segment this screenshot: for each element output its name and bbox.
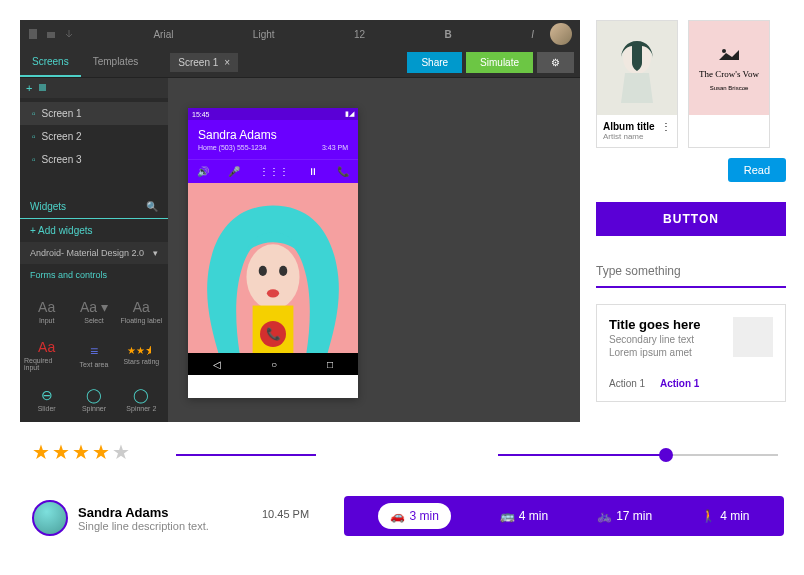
font-size[interactable]: 12 — [354, 29, 365, 40]
right-column: Album titleArtist name ⋮ The Crow's Vow … — [596, 20, 786, 402]
hangup-button[interactable]: 📞 — [260, 321, 286, 347]
widget-textarea[interactable]: ≡Text area — [71, 334, 116, 376]
star-icon: ★ — [52, 440, 70, 464]
widget-spinner2[interactable]: ◯Spinner 2 — [119, 378, 164, 420]
widget-slider[interactable]: ⊖Slider — [24, 378, 69, 420]
user-avatar[interactable] — [550, 23, 572, 45]
book-title: The Crow's Vow — [699, 69, 759, 79]
mute-icon[interactable]: 🎤 — [228, 166, 240, 177]
widget-subcategory[interactable]: Forms and controls — [20, 264, 168, 286]
star-icon: ★ — [32, 440, 50, 464]
user-name: Sandra Adams — [78, 505, 209, 520]
svg-rect-1 — [39, 84, 46, 91]
svg-point-5 — [267, 289, 279, 297]
widget-category[interactable]: Android- Material Design 2.0▾ — [20, 242, 168, 264]
search-icon[interactable]: 🔍 — [146, 201, 158, 212]
call-actions: 🔊 🎤 ⋮⋮⋮ ⏸ 📞 — [188, 159, 358, 183]
screen-item[interactable]: ▫Screen 2 — [20, 125, 168, 148]
settings-button[interactable]: ⚙ — [537, 52, 574, 73]
speaker-icon[interactable]: 🔊 — [197, 166, 209, 177]
caller-number: Home (503) 555-1234 — [198, 144, 267, 151]
widget-spinner[interactable]: ◯Spinner — [71, 378, 116, 420]
text-input[interactable] — [596, 256, 786, 288]
font-weight[interactable]: Light — [253, 29, 275, 40]
bike-icon: 🚲 — [597, 509, 612, 523]
tile-action-2[interactable]: Action 1 — [660, 378, 699, 389]
chevron-down-icon: ▾ — [153, 248, 158, 258]
add-call-icon[interactable]: 📞 — [337, 166, 349, 177]
svg-point-3 — [259, 265, 267, 275]
prototype-editor: Arial Light 12 B I Screens Templates Scr… — [20, 20, 580, 422]
caller-photo: 📞 — [188, 183, 358, 353]
dialpad-icon[interactable]: ⋮⋮⋮ — [259, 166, 289, 177]
slider-thumb[interactable] — [659, 448, 673, 462]
transit-bus[interactable]: 🚌4 min — [500, 509, 548, 523]
card-row: Album titleArtist name ⋮ The Crow's Vow … — [596, 20, 786, 148]
pause-icon[interactable]: ⏸ — [308, 166, 318, 177]
bus-icon: 🚌 — [500, 509, 515, 523]
primary-button[interactable]: BUTTON — [596, 202, 786, 236]
widget-floating-label[interactable]: AaFloating label — [119, 290, 164, 332]
user-timestamp: 10.45 PM — [262, 508, 309, 520]
star-icon: ★ — [112, 440, 130, 464]
widgets-header: Widgets🔍 — [20, 195, 168, 219]
font-name[interactable]: Arial — [153, 29, 173, 40]
tile-thumbnail — [733, 317, 773, 357]
share-button[interactable]: Share — [407, 52, 462, 73]
transit-walk[interactable]: 🚶4 min — [701, 509, 749, 523]
screens-list: ▫Screen 1 ▫Screen 2 ▫Screen 3 — [20, 98, 168, 175]
recent-icon[interactable]: □ — [327, 359, 333, 370]
italic-icon[interactable]: I — [531, 29, 534, 40]
simulate-button[interactable]: Simulate — [466, 52, 533, 73]
phone-statusbar: 15:45▮◢ — [188, 108, 358, 120]
star-icon: ★ — [72, 440, 90, 464]
read-button[interactable]: Read — [728, 158, 786, 182]
screen-item[interactable]: ▫Screen 3 — [20, 148, 168, 171]
screen-item[interactable]: ▫Screen 1 — [20, 102, 168, 125]
tab-screens[interactable]: Screens — [20, 48, 81, 77]
canvas-area[interactable]: 15:45▮◢ Sandra Adams Home (503) 555-1234… — [168, 78, 580, 422]
caller-name: Sandra Adams — [198, 128, 348, 142]
star-icon: ★ — [92, 440, 110, 464]
sub-toolbar: Screens Templates Screen 1× Share Simula… — [20, 48, 580, 78]
tab-templates[interactable]: Templates — [81, 48, 151, 77]
book-author: Susan Briscoe — [710, 85, 749, 91]
album-title: Album title — [603, 121, 655, 132]
home-icon[interactable]: ○ — [271, 359, 277, 370]
transit-bike[interactable]: 🚲17 min — [597, 509, 652, 523]
user-list-item[interactable]: Sandra Adams Single line description tex… — [32, 500, 209, 536]
svg-rect-0 — [29, 29, 37, 39]
file-icon[interactable] — [28, 29, 38, 39]
slider-fill — [498, 454, 666, 456]
transit-car[interactable]: 🚗3 min — [378, 503, 450, 529]
canvas-tab[interactable]: Screen 1× — [170, 53, 238, 72]
artist-name: Artist name — [603, 132, 655, 141]
close-icon[interactable]: × — [224, 57, 230, 68]
add-widgets-button[interactable]: + Add widgets — [20, 219, 168, 242]
user-avatar — [32, 500, 68, 536]
widget-stars[interactable]: ★★⯨Stars rating — [119, 334, 164, 376]
widget-select[interactable]: Aa ▾Select — [71, 290, 116, 332]
phone-mockup[interactable]: 15:45▮◢ Sandra Adams Home (503) 555-1234… — [188, 108, 358, 398]
back-icon[interactable]: ◁ — [213, 359, 221, 370]
widget-required[interactable]: AaRequired input — [24, 334, 69, 376]
tile-action-1[interactable]: Action 1 — [609, 378, 645, 389]
list-tile[interactable]: Title goes here Secondary line text Lore… — [596, 304, 786, 402]
svg-point-2 — [246, 244, 299, 309]
more-icon[interactable]: ⋮ — [661, 121, 671, 141]
add-icon[interactable]: + — [26, 82, 32, 94]
download-icon[interactable] — [64, 29, 74, 39]
call-duration: 3:43 PM — [322, 144, 348, 151]
copy-icon[interactable] — [38, 84, 48, 92]
user-subtitle: Single line description text. — [78, 520, 209, 532]
transit-bar: 🚗3 min 🚌4 min 🚲17 min 🚶4 min — [344, 496, 784, 536]
book-cover: The Crow's Vow Susan Briscoe — [689, 21, 769, 115]
bold-icon[interactable]: B — [445, 29, 452, 40]
book-card[interactable]: The Crow's Vow Susan Briscoe — [688, 20, 770, 148]
slider[interactable] — [498, 448, 778, 462]
star-rating[interactable]: ★ ★ ★ ★ ★ — [32, 440, 130, 464]
open-icon[interactable] — [46, 29, 56, 39]
album-card[interactable]: Album titleArtist name ⋮ — [596, 20, 678, 148]
widget-input[interactable]: AaInput — [24, 290, 69, 332]
progress-line[interactable] — [176, 454, 316, 456]
